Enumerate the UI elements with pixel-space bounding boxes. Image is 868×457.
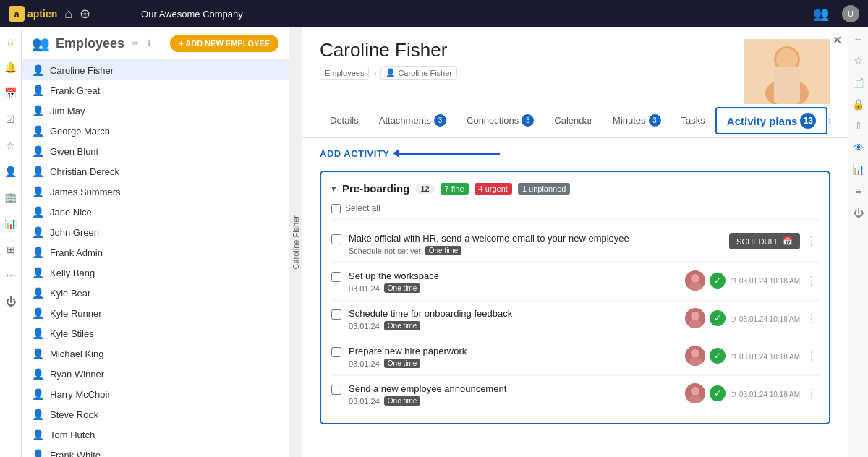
sidebar-icon-building[interactable]: 🏢 [3,189,19,205]
tab-tasks[interactable]: Tasks [671,108,715,134]
activity-checkbox-2[interactable] [331,272,341,282]
employee-list-item[interactable]: 👤James Summers [22,181,289,202]
right-sidebar-chart[interactable]: 📊 [852,163,864,175]
sidebar-icon-person[interactable]: 👤 [3,163,19,179]
employee-list-item[interactable]: 👤Harry McChoir [22,384,289,404]
employee-list-name: John Green [50,227,99,238]
employee-list-item[interactable]: 👤Jane Nice [22,202,289,222]
preboarding-card: ▾ Pre-boarding 12 7 fine 4 urgent 1 unpl… [320,171,830,424]
arrow-line [399,153,500,155]
sidebar-icon-calendar[interactable]: 📅 [3,85,19,101]
employee-avatar-icon: 👤 [32,287,44,299]
tab-connections[interactable]: Connections 3 [456,107,544,135]
employee-list-item[interactable]: 👤Gwen Blunt [22,141,289,161]
activity-checkbox-1[interactable] [331,234,341,244]
time-info-2: ⏱ 03.01.24 10:18 AM [730,277,800,285]
activity-menu-5[interactable]: ⋮ [804,387,819,401]
employee-list-item[interactable]: 👤Frank Admin [22,242,289,262]
top-nav: a aptien ⌂ ⊕ Our Awesome Company 👥 U [0,0,868,27]
employee-list-item[interactable]: 👤Tom Hutch [22,424,289,445]
employee-list-item[interactable]: 👤George March [22,121,289,141]
tab-details-label: Details [330,115,359,126]
time-info-3: ⏱ 03.01.24 10:18 AM [730,313,800,324]
one-time-tag-3: One time [384,321,421,330]
tab-activity-plans[interactable]: Activity plans 13 [715,107,828,134]
activity-menu-1[interactable]: ⋮ [804,234,819,248]
right-sidebar-star[interactable]: ☆ [854,55,863,67]
employee-list-name: Michael King [50,349,103,359]
employee-list-item[interactable]: 👤Steve Rook [22,404,289,424]
sidebar-icon-grid[interactable]: ⊞ [3,242,19,257]
employee-list-item[interactable]: 👤Ryan Winner [22,364,289,384]
edit-icon[interactable]: ✏ [132,38,139,48]
one-time-tag-5: One time [384,396,421,406]
add-activity-button[interactable]: ADD ACTIVITY [320,148,390,159]
activity-menu-3[interactable]: ⋮ [804,312,819,325]
tab-details[interactable]: Details [320,108,369,134]
collapse-icon[interactable]: ▾ [331,183,336,194]
tab-calendar[interactable]: Calendar [544,108,603,134]
sidebar-icon-power[interactable]: ⏻ [3,294,19,309]
activity-checkbox-4[interactable] [331,347,341,357]
employee-list-item[interactable]: 👤Kelly Bang [22,262,289,283]
right-sidebar-share[interactable]: ⇧ [854,120,863,132]
tabs-more-icon[interactable]: › [827,114,831,127]
employee-list-name: Kyle Stiles [50,328,94,339]
breadcrumb-sep: › [373,68,376,78]
activity-schedule-text: Schedule not set yet [349,247,421,255]
home-icon[interactable]: ⌂ [64,7,72,22]
schedule-button[interactable]: SCHEDULE 📅 [729,233,800,249]
preboarding-title: Pre-boarding [342,182,409,195]
tabs-bar: Details Attachments 3 Connections 3 Cale… [302,104,848,138]
sidebar-icon-chart[interactable]: 📊 [3,215,19,231]
vertical-label-text: Caroline Fisher [292,215,300,270]
activity-right-5: ✓ ⏱ 03.01.24 10:18 AM ⋮ [685,383,819,403]
employee-list-item[interactable]: 👤Jim May [22,101,289,121]
sidebar-icon-home[interactable]: ⌂ [3,33,19,49]
breadcrumb-employee[interactable]: 👤 Caroline Fisher [380,66,457,80]
employee-list-item[interactable]: 👤Michael King [22,343,289,364]
employee-list-name: Caroline Fisher [50,65,114,76]
sidebar-icon-dots[interactable]: ⋯ [3,268,19,283]
sidebar-icon-bell[interactable]: 🔔 [3,59,19,75]
schedule-label: SCHEDULE [736,237,780,246]
right-sidebar-list[interactable]: ≡ [855,185,861,197]
activity-checkbox-3[interactable] [331,309,341,320]
right-sidebar-power[interactable]: ⏻ [854,207,864,218]
employee-list-item[interactable]: 👤Caroline Fisher [22,60,289,80]
activity-checkbox-5[interactable] [331,385,341,395]
user-avatar[interactable]: U [842,5,859,22]
employee-list-item[interactable]: 👤Christian Dereck [22,161,289,181]
breadcrumb-employees[interactable]: Employees [320,67,369,80]
select-all-checkbox[interactable] [331,204,341,213]
employee-list-item[interactable]: 👤Frank White [22,445,289,457]
activity-sub-5: 03.01.24 One time [349,396,678,406]
employee-avatar-icon: 👤 [32,267,44,278]
employee-list-item[interactable]: 👤Frank Great [22,80,289,101]
employee-list-item[interactable]: 👤Kyle Bear [22,283,289,303]
tab-activity-plans-label: Activity plans [727,115,798,127]
tab-minutes[interactable]: Minutes 3 [603,107,671,135]
employee-list-item[interactable]: 👤John Green [22,222,289,242]
check-circle-3: ✓ [710,310,726,326]
activity-menu-2[interactable]: ⋮ [804,274,819,288]
add-icon[interactable]: ⊕ [80,6,90,22]
sidebar-icon-star[interactable]: ☆ [3,137,19,153]
right-sidebar-arrow[interactable]: ← [854,33,864,45]
activity-sub-4: 03.01.24 One time [349,359,678,368]
activity-sub-2: 03.01.24 One time [349,283,678,293]
employee-info: Caroline Fisher Employees › 👤 Caroline F… [320,39,744,87]
sidebar-icon-tasks[interactable]: ☑ [3,111,19,127]
employee-list-item[interactable]: 👤Kyle Stiles [22,323,289,343]
activity-title-4: Prepare new hire paperwork [349,346,678,356]
employee-list-item[interactable]: 👤Kyle Runner [22,303,289,323]
right-sidebar-lock[interactable]: 🔒 [852,98,864,110]
right-sidebar-eye[interactable]: 👁 [854,142,864,153]
employees-list: 👤Caroline Fisher👤Frank Great👤Jim May👤Geo… [22,60,289,457]
right-sidebar-file[interactable]: 📄 [852,77,864,88]
add-employee-button[interactable]: + ADD NEW EMPLOYEE [170,35,278,52]
activity-menu-4[interactable]: ⋮ [804,349,819,363]
tab-attachments[interactable]: Attachments 3 [369,107,456,135]
info-icon[interactable]: ℹ [148,38,151,48]
preboarding-count: 12 [415,184,434,194]
